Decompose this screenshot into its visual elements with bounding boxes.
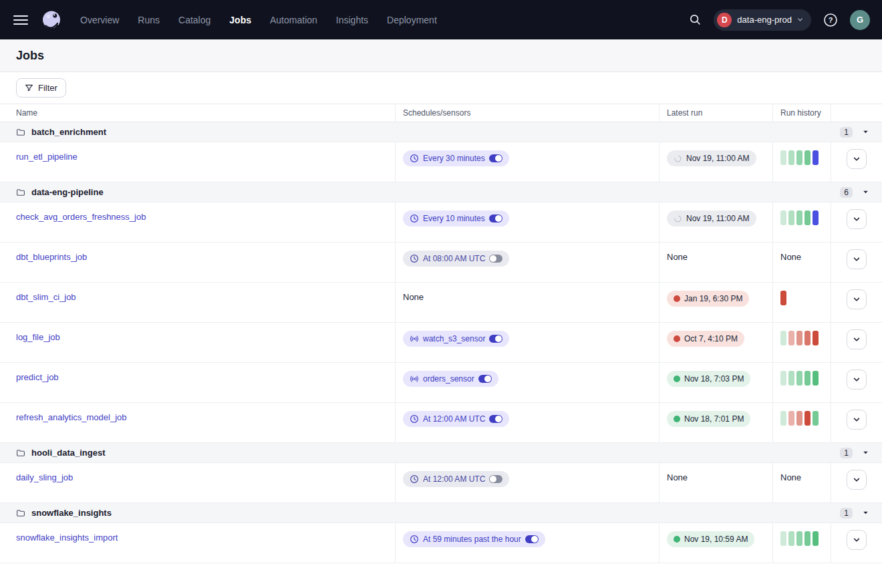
latest-run-pill[interactable]: Nov 18, 7:01 PM xyxy=(667,411,750,427)
job-actions-button[interactable] xyxy=(847,289,867,309)
nav-item-deployment[interactable]: Deployment xyxy=(387,12,437,28)
run-history-bar[interactable] xyxy=(788,531,794,546)
nav-item-automation[interactable]: Automation xyxy=(270,12,317,28)
latest-run-pill[interactable]: Oct 7, 4:10 PM xyxy=(667,331,744,347)
filter-button[interactable]: Filter xyxy=(16,78,66,98)
run-history-bar[interactable] xyxy=(796,210,802,225)
schedule-pill[interactable]: At 59 minutes past the hour xyxy=(403,531,545,547)
job-actions-button[interactable] xyxy=(847,149,867,169)
latest-run-pill[interactable]: Nov 19, 11:00 AM xyxy=(667,150,756,166)
run-history-bars[interactable] xyxy=(780,210,823,225)
run-history-bar[interactable] xyxy=(788,210,794,225)
latest-run-pill[interactable]: Nov 19, 11:00 AM xyxy=(667,210,756,227)
group-row[interactable]: snowflake_insights1 xyxy=(0,503,882,523)
job-actions-button[interactable] xyxy=(847,410,867,430)
run-history-bar[interactable] xyxy=(788,150,794,165)
job-actions-button[interactable] xyxy=(847,470,867,490)
run-history-bar[interactable] xyxy=(788,411,794,426)
schedule-pill[interactable]: Every 10 minutes xyxy=(403,210,509,227)
run-history-bar[interactable] xyxy=(780,210,786,225)
run-history-bar[interactable] xyxy=(813,331,819,345)
help-icon[interactable]: ? xyxy=(821,10,841,30)
group-row[interactable]: batch_enrichment1 xyxy=(0,122,882,142)
run-history-bar[interactable] xyxy=(780,411,786,426)
job-actions-button[interactable] xyxy=(847,530,867,550)
run-history-bar[interactable] xyxy=(780,150,786,165)
run-history-bar[interactable] xyxy=(796,150,802,165)
job-name-link[interactable]: snowflake_insights_import xyxy=(16,533,118,543)
toggle-on[interactable] xyxy=(489,154,502,162)
run-history-bars[interactable] xyxy=(780,331,823,345)
nav-item-jobs[interactable]: Jobs xyxy=(229,12,251,28)
toggle-off[interactable] xyxy=(489,255,502,263)
toggle-on[interactable] xyxy=(489,335,502,343)
group-collapse-button[interactable] xyxy=(861,508,870,517)
run-history-bar[interactable] xyxy=(813,210,819,225)
deployment-switcher[interactable]: D data-eng-prod xyxy=(714,9,811,31)
run-history-bar[interactable] xyxy=(780,531,786,546)
job-name-link[interactable]: run_etl_pipeline xyxy=(16,152,78,162)
latest-run-pill[interactable]: Jan 19, 6:30 PM xyxy=(667,291,749,307)
job-actions-button[interactable] xyxy=(847,370,867,390)
group-row[interactable]: hooli_data_ingest1 xyxy=(0,443,882,463)
job-name-link[interactable]: refresh_analytics_model_job xyxy=(16,412,126,422)
search-icon[interactable] xyxy=(686,11,704,29)
run-history-bar[interactable] xyxy=(813,411,819,426)
run-history-bars[interactable] xyxy=(780,371,823,386)
sensor-pill[interactable]: orders_sensor xyxy=(403,371,498,387)
job-actions-button[interactable] xyxy=(847,329,867,349)
job-name-link[interactable]: log_file_job xyxy=(16,332,60,342)
run-history-bars[interactable] xyxy=(780,150,823,165)
run-history-bar[interactable] xyxy=(796,371,802,386)
job-actions-button[interactable] xyxy=(847,209,867,229)
run-history-bar[interactable] xyxy=(804,531,811,546)
sensor-pill[interactable]: watch_s3_sensor xyxy=(403,331,509,347)
run-history-bar[interactable] xyxy=(804,371,811,386)
toggle-off[interactable] xyxy=(489,475,502,483)
run-history-bar[interactable] xyxy=(804,210,811,225)
job-name-link[interactable]: dbt_slim_ci_job xyxy=(16,292,76,302)
group-row[interactable]: data-eng-pipeline6 xyxy=(0,182,882,202)
job-name-link[interactable]: check_avg_orders_freshness_job xyxy=(16,212,146,222)
run-history-bar[interactable] xyxy=(804,150,811,165)
run-history-bar[interactable] xyxy=(804,331,811,345)
run-history-bar[interactable] xyxy=(796,531,802,546)
hamburger-menu-icon[interactable] xyxy=(13,15,28,25)
toggle-on[interactable] xyxy=(525,535,539,543)
run-history-bar[interactable] xyxy=(804,411,811,426)
toggle-on[interactable] xyxy=(489,415,502,423)
toggle-on[interactable] xyxy=(478,375,492,383)
latest-run-pill[interactable]: Nov 18, 7:03 PM xyxy=(667,371,750,387)
run-history-bar[interactable] xyxy=(780,331,786,345)
run-history-bar[interactable] xyxy=(780,371,786,386)
user-avatar[interactable]: G xyxy=(850,10,870,30)
run-history-bars[interactable] xyxy=(780,531,823,546)
job-name-link[interactable]: predict_job xyxy=(16,372,59,382)
nav-item-catalog[interactable]: Catalog xyxy=(178,12,210,28)
toggle-on[interactable] xyxy=(489,214,502,223)
latest-run-pill[interactable]: Nov 19, 10:59 AM xyxy=(667,531,754,547)
schedule-pill[interactable]: Every 30 minutes xyxy=(403,150,509,166)
run-history-bars[interactable] xyxy=(780,411,823,426)
job-name-link[interactable]: dbt_blueprints_job xyxy=(16,252,87,262)
run-history-bar[interactable] xyxy=(796,411,802,426)
run-history-bars[interactable] xyxy=(780,291,823,305)
run-history-bar[interactable] xyxy=(780,291,786,305)
run-history-bar[interactable] xyxy=(788,371,794,386)
group-collapse-button[interactable] xyxy=(861,448,870,457)
run-history-bar[interactable] xyxy=(788,331,794,345)
group-collapse-button[interactable] xyxy=(861,128,870,136)
job-actions-button[interactable] xyxy=(847,249,867,269)
nav-item-insights[interactable]: Insights xyxy=(336,12,368,28)
group-collapse-button[interactable] xyxy=(861,188,870,196)
run-history-bar[interactable] xyxy=(813,371,819,386)
run-history-bar[interactable] xyxy=(796,331,802,345)
job-name-link[interactable]: daily_sling_job xyxy=(16,472,73,482)
run-history-bar[interactable] xyxy=(813,531,819,546)
schedule-pill[interactable]: At 08:00 AM UTC xyxy=(403,251,509,267)
schedule-pill[interactable]: At 12:00 AM UTC xyxy=(403,411,509,427)
run-history-bar[interactable] xyxy=(813,150,819,165)
nav-item-runs[interactable]: Runs xyxy=(138,12,160,28)
nav-item-overview[interactable]: Overview xyxy=(80,12,119,28)
schedule-pill[interactable]: At 12:00 AM UTC xyxy=(403,471,509,487)
